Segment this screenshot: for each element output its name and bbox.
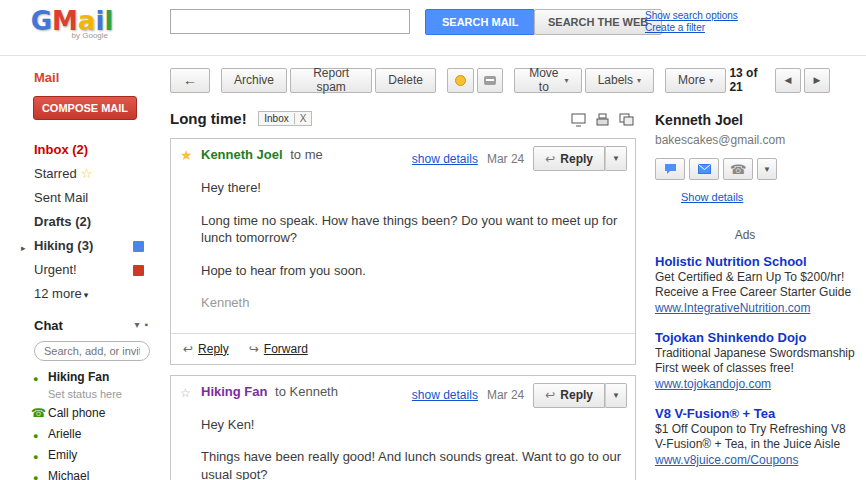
sidebar: Mail COMPOSE MAIL Inbox (2) Starred☆ Sen… bbox=[0, 56, 162, 480]
presence-online-icon: ● bbox=[33, 471, 38, 480]
chat-contact-hiking-fan[interactable]: ● Hiking Fan bbox=[0, 367, 162, 388]
search-input[interactable] bbox=[170, 9, 410, 34]
star-icon: ☆ bbox=[81, 166, 93, 181]
add-label-button[interactable] bbox=[447, 68, 474, 93]
contact-status[interactable]: Set status here bbox=[0, 388, 162, 403]
ad-title-link[interactable]: Holistic Nutrition School bbox=[655, 254, 857, 269]
ad-url-link[interactable]: www.tojokandojo.com bbox=[655, 377, 857, 391]
contact-name: Arielle bbox=[48, 427, 81, 441]
show-details-link[interactable]: show details bbox=[412, 152, 478, 166]
newer-conversation-button[interactable]: ◀ bbox=[775, 68, 801, 93]
message-card: ★ Kenneth Joel to me show details Mar 24… bbox=[170, 138, 636, 365]
chevron-down-icon: ▾ bbox=[709, 76, 713, 85]
urgent-label-color-swatch[interactable] bbox=[133, 265, 144, 276]
chat-minimize-icon[interactable]: ▪ bbox=[144, 319, 148, 330]
hiking-label-color-swatch[interactable] bbox=[133, 241, 144, 252]
contact-panel: Kenneth Joel bakescakes@gmail.com ☎ ▼ Sh… bbox=[655, 112, 857, 480]
contact-name: Hiking Fan bbox=[48, 370, 109, 384]
older-conversation-button[interactable]: ▶ bbox=[804, 68, 830, 93]
sidebar-item-inbox[interactable]: Inbox (2) bbox=[0, 138, 162, 162]
show-details-link[interactable]: Show details bbox=[681, 191, 743, 203]
presence-online-icon: ● bbox=[33, 372, 38, 387]
forward-link[interactable]: ↪Forward bbox=[249, 342, 308, 356]
chat-contact-arielle[interactable]: ● Arielle bbox=[0, 424, 162, 445]
message-sender[interactable]: Kenneth Joel bbox=[201, 147, 283, 162]
star-icon[interactable]: ☆ bbox=[180, 386, 191, 400]
reply-dropdown-button[interactable]: ▼ bbox=[605, 146, 627, 171]
back-to-inbox-button[interactable]: ← bbox=[170, 68, 210, 93]
move-to-button[interactable]: Move to▾ bbox=[514, 68, 582, 93]
message-sender[interactable]: Hiking Fan bbox=[201, 384, 267, 399]
expander-icon[interactable]: ▸ bbox=[21, 240, 26, 256]
remove-label-icon[interactable]: X bbox=[294, 113, 307, 124]
sidebar-item-hiking[interactable]: ▸ Hiking (3) bbox=[0, 234, 162, 258]
mark-unread-button[interactable] bbox=[477, 68, 504, 93]
chevron-down-icon: ▾ bbox=[84, 290, 89, 300]
ads-section-title: Ads bbox=[655, 228, 835, 242]
message-paragraph: Things have been really good! And lunch … bbox=[201, 448, 623, 480]
create-filter-link[interactable]: Create a filter bbox=[645, 22, 738, 34]
message-recipient: to me bbox=[290, 147, 323, 162]
sidebar-item-drafts[interactable]: Drafts (2) bbox=[0, 210, 162, 234]
delete-button[interactable]: Delete bbox=[375, 68, 436, 93]
phone-icon: ☎ bbox=[31, 406, 46, 421]
chat-title: Chat bbox=[34, 318, 63, 333]
reply-link[interactable]: ↩Reply bbox=[183, 342, 229, 356]
chat-contact-call-phone[interactable]: ☎ Call phone bbox=[0, 403, 162, 424]
show-search-options-link[interactable]: Show search options bbox=[645, 10, 738, 22]
sidebar-item-urgent[interactable]: Urgent! bbox=[0, 258, 162, 282]
reply-arrow-icon: ↩ bbox=[545, 152, 555, 166]
ad-url-link[interactable]: www.IntegrativeNutrition.com bbox=[655, 301, 857, 315]
reply-button[interactable]: ↩Reply bbox=[533, 383, 605, 408]
chevron-right-icon: ▶ bbox=[814, 75, 821, 85]
chat-contact-michael[interactable]: ● Michael bbox=[0, 466, 162, 480]
labels-button[interactable]: Labels▾ bbox=[585, 68, 654, 93]
presence-online-icon: ● bbox=[33, 429, 38, 444]
contact-options-dropdown-button[interactable]: ▼ bbox=[757, 158, 777, 180]
ad-title-link[interactable]: Tojokan Shinkendo Dojo bbox=[655, 330, 857, 345]
star-icon[interactable]: ★ bbox=[180, 147, 193, 163]
reply-dropdown-button[interactable]: ▼ bbox=[605, 383, 627, 408]
email-button[interactable] bbox=[689, 158, 719, 180]
chat-options-icon[interactable]: ▾ bbox=[134, 319, 139, 330]
back-arrow-icon: ← bbox=[183, 72, 197, 88]
conversation-actions bbox=[571, 113, 634, 127]
reply-link-label: Reply bbox=[198, 342, 229, 356]
search-mail-button[interactable]: SEARCH MAIL bbox=[425, 9, 535, 35]
label-chip-text: Inbox bbox=[264, 113, 288, 124]
more-button[interactable]: More▾ bbox=[665, 68, 726, 93]
header: GMail by Google SEARCH MAIL SEARCH THE W… bbox=[0, 0, 866, 56]
expand-all-icon[interactable] bbox=[619, 113, 634, 127]
chevron-down-icon: ▼ bbox=[612, 154, 620, 163]
reply-arrow-icon: ↩ bbox=[183, 342, 193, 356]
report-spam-button[interactable]: Report spam bbox=[290, 68, 372, 93]
conversation-view: Long time! InboxX ★ Kenneth Joel to me s… bbox=[170, 110, 636, 480]
message-header: ☆ Hiking Fan to Kenneth show details Mar… bbox=[171, 376, 635, 408]
open-in-new-window-icon[interactable] bbox=[571, 113, 586, 127]
reply-button[interactable]: ↩Reply bbox=[533, 146, 605, 171]
message-recipient: to Kenneth bbox=[275, 384, 338, 399]
search-web-button[interactable]: SEARCH THE WEB bbox=[534, 9, 662, 35]
chat-button[interactable] bbox=[655, 158, 685, 180]
chat-contact-emily[interactable]: ● Emily bbox=[0, 445, 162, 466]
archive-button[interactable]: Archive bbox=[221, 68, 287, 93]
message-signature: Kenneth bbox=[201, 294, 623, 312]
reply-arrow-icon: ↩ bbox=[545, 388, 555, 402]
chat-search-input[interactable] bbox=[34, 341, 150, 361]
print-icon[interactable] bbox=[595, 113, 610, 127]
compose-mail-button[interactable]: COMPOSE MAIL bbox=[33, 96, 137, 120]
ad-url-link[interactable]: www.v8juice.com/Coupons bbox=[655, 453, 857, 467]
sidebar-item-sent-mail[interactable]: Sent Mail bbox=[0, 186, 162, 210]
show-details-link[interactable]: show details bbox=[412, 388, 478, 402]
sidebar-item-more-labels[interactable]: 12 more▾ bbox=[0, 282, 162, 307]
sidebar-item-label: Urgent! bbox=[34, 262, 77, 277]
contact-name: Emily bbox=[48, 448, 77, 462]
ad-title-link[interactable]: V8 V-Fusion® + Tea bbox=[655, 406, 857, 421]
forward-link-label: Forward bbox=[264, 342, 308, 356]
call-button[interactable]: ☎ bbox=[723, 158, 753, 180]
more-label: More bbox=[678, 73, 705, 87]
reply-label: Reply bbox=[560, 152, 593, 166]
sidebar-item-starred[interactable]: Starred☆ bbox=[0, 162, 162, 186]
message-body: Hey there! Long time no speak. How have … bbox=[171, 171, 635, 333]
reply-label: Reply bbox=[560, 388, 593, 402]
